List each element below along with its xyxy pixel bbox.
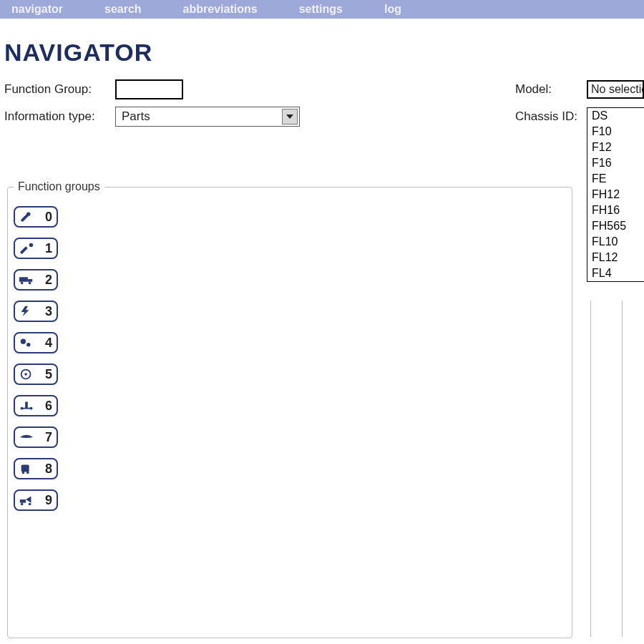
function-group-3[interactable]: 3 [14, 301, 58, 322]
function-group-9[interactable]: 9 [14, 489, 58, 511]
model-option[interactable]: FL4 [587, 265, 644, 281]
svg-point-17 [26, 472, 29, 474]
model-option[interactable]: FL12 [587, 250, 644, 265]
function-group-number: 2 [45, 273, 52, 288]
nav-abbreviations[interactable]: abbreviations [183, 3, 258, 16]
svg-point-1 [29, 243, 33, 248]
function-group-2[interactable]: 2 [14, 269, 58, 291]
svg-rect-2 [19, 277, 28, 281]
function-groups-legend: Function groups [14, 180, 104, 193]
nav-search[interactable]: search [104, 3, 142, 16]
function-group-number: 9 [45, 493, 52, 508]
axle-icon [19, 399, 34, 412]
divider [590, 301, 591, 637]
function-group-number: 1 [45, 241, 52, 256]
nav-settings[interactable]: settings [299, 3, 343, 16]
function-group-1[interactable]: 1 [14, 238, 58, 259]
function-group-5[interactable]: 5 [14, 364, 58, 385]
model-option[interactable]: FH16 [587, 203, 644, 218]
information-type-label: Information type: [4, 109, 115, 124]
function-group-number: 3 [45, 304, 52, 319]
svg-point-7 [21, 339, 26, 344]
model-option[interactable]: FL10 [587, 234, 644, 250]
svg-point-8 [26, 343, 31, 347]
model-option[interactable]: DS [587, 108, 644, 124]
svg-point-14 [30, 407, 33, 410]
function-group-number: 6 [45, 399, 52, 414]
svg-point-16 [22, 472, 25, 474]
nav-navigator[interactable]: navigator [11, 3, 63, 16]
chevron-down-icon[interactable] [282, 109, 298, 125]
divider [622, 301, 623, 637]
truck-icon [19, 273, 34, 286]
model-option[interactable]: F16 [587, 155, 644, 171]
model-option[interactable]: F12 [587, 140, 644, 155]
function-group-8[interactable]: 8 [14, 458, 58, 479]
gears-icon [19, 336, 34, 349]
svg-marker-0 [286, 114, 293, 119]
function-group-label: Function Group: [4, 82, 115, 97]
function-group-input[interactable] [115, 79, 183, 99]
svg-point-4 [21, 282, 24, 285]
nav-log[interactable]: log [384, 3, 401, 16]
function-group-7[interactable]: 7 [14, 426, 58, 448]
model-option[interactable]: FE [587, 171, 644, 187]
svg-point-5 [29, 282, 31, 285]
disc-icon [19, 368, 34, 381]
tow-truck-icon [19, 494, 34, 507]
page-title: NAVIGATOR [4, 39, 644, 67]
cab-icon [19, 462, 34, 475]
model-select[interactable]: No selectio [587, 80, 644, 99]
model-option[interactable]: FH565 [587, 218, 644, 234]
function-group-number: 5 [45, 367, 52, 382]
svg-point-10 [24, 373, 27, 376]
model-dropdown[interactable]: DS F10 F12 F16 FE FH12 FH16 FH565 FL10 F… [587, 107, 644, 282]
spanner-bolt-icon [19, 242, 34, 255]
model-option[interactable]: FH12 [587, 187, 644, 203]
function-group-4[interactable]: 4 [14, 332, 58, 353]
svg-rect-3 [28, 279, 32, 282]
function-group-number: 0 [45, 210, 52, 225]
svg-rect-12 [25, 402, 28, 409]
svg-rect-18 [20, 499, 26, 503]
chassis-id-label: Chassis ID: [515, 109, 587, 124]
model-label: Model: [515, 82, 587, 97]
svg-rect-15 [21, 465, 29, 472]
svg-point-20 [29, 503, 31, 506]
wrench-icon [19, 210, 34, 223]
wing-icon [19, 431, 34, 444]
top-nav: navigator search abbreviations settings … [0, 0, 644, 19]
function-group-number: 7 [45, 430, 52, 445]
svg-marker-6 [21, 306, 29, 317]
function-groups-panel: Function groups 0 1 2 3 4 5 6 [7, 180, 572, 638]
svg-point-13 [21, 407, 24, 410]
model-option[interactable]: F10 [587, 124, 644, 140]
function-group-number: 4 [45, 336, 52, 351]
svg-point-19 [21, 503, 24, 506]
bolt-icon [19, 305, 34, 318]
information-type-value: Parts [122, 109, 150, 124]
function-group-number: 8 [45, 462, 52, 477]
function-group-6[interactable]: 6 [14, 395, 58, 416]
information-type-select[interactable]: Parts [115, 107, 300, 127]
function-group-0[interactable]: 0 [14, 206, 58, 228]
